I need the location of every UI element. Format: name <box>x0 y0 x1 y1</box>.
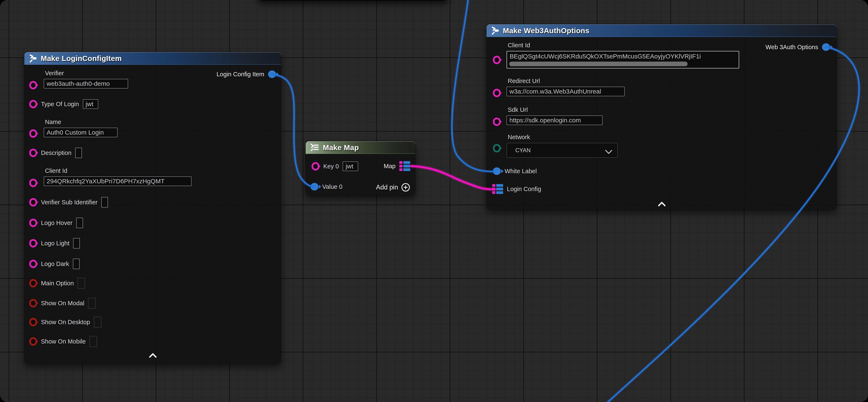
logo-dark-input[interactable] <box>73 259 80 269</box>
input-pin-show-on-modal[interactable] <box>29 299 37 307</box>
wire-map-to-login-config-glow <box>411 166 495 190</box>
output-label: Map <box>384 163 396 170</box>
input-pin-key0[interactable] <box>312 162 319 171</box>
network-dropdown[interactable]: CYAN <box>506 143 618 158</box>
row-login-config: Login Config <box>492 184 541 194</box>
logo-hover-input[interactable] <box>76 218 83 228</box>
description-input[interactable] <box>75 148 82 158</box>
field-label: Value 0 <box>322 183 342 190</box>
output-label: Web 3Auth Options <box>766 44 818 51</box>
input-pin-verifier[interactable] <box>29 81 37 89</box>
node-make-map[interactable]: Make Map Key 0 jwt Map <box>306 141 415 195</box>
field-label: White Label <box>504 168 537 175</box>
redirect-url-value: w3a://com.w3a.Web3AuthUnreal <box>509 88 601 95</box>
input-pin-client-id[interactable] <box>29 179 37 187</box>
row-logo-light: Logo Light <box>29 238 80 249</box>
name-input[interactable]: Auth0 Custom Login <box>44 127 118 137</box>
output-pin-map[interactable] <box>399 161 410 171</box>
client-id-value: 294QRkchfq2YaXUbPri7D6PH7xzHgQMT <box>46 178 164 185</box>
input-pin-logo-light[interactable] <box>29 239 37 248</box>
row-logo-hover: Logo Hover <box>29 218 83 228</box>
row-show-on-modal: Show On Modal <box>29 298 96 309</box>
make-struct-icon <box>29 54 37 63</box>
field-redirect-url: Redirect Url w3a://com.w3a.Web3AuthUnrea… <box>506 78 625 96</box>
sdk-url-input[interactable]: https://sdk.openlogin.com <box>506 115 603 125</box>
sdk-url-value: https://sdk.openlogin.com <box>509 117 581 124</box>
network-selected-value: CYAN <box>515 147 531 154</box>
node-title: Make LoginConfigItem <box>41 54 122 63</box>
field-label: Verifier <box>45 70 128 77</box>
key0-input[interactable]: jwt <box>343 162 358 171</box>
add-pin-button[interactable]: Add pin <box>376 183 410 192</box>
verifier-input[interactable]: web3auth-auth0-demo <box>44 79 128 88</box>
input-pin-white-label[interactable] <box>493 167 501 175</box>
output-row-map: Map <box>384 161 410 171</box>
client-id-value: BEglQSgt4cUWcj6SKRdu5QkOXTsePmMcusG5EAoy… <box>509 53 701 60</box>
show-on-mobile-checkbox[interactable] <box>90 336 97 347</box>
input-pin-description[interactable] <box>29 149 37 157</box>
key0-value: jwt <box>346 163 353 170</box>
node-header-make-loginconfigitem[interactable]: Make LoginConfigItem <box>24 52 281 65</box>
logo-light-input[interactable] <box>73 238 80 249</box>
output-row-login-config-item: Login Config Item <box>217 70 276 78</box>
type-of-login-value: jwt <box>86 100 93 108</box>
make-map-icon <box>310 143 319 152</box>
input-pin-network[interactable] <box>493 144 501 152</box>
add-pin-label: Add pin <box>376 183 398 191</box>
input-pin-login-config[interactable] <box>492 184 503 194</box>
node-header-make-web3authoptions[interactable]: Make Web3AuthOptions <box>487 24 837 37</box>
type-of-login-input[interactable]: jwt <box>83 99 98 109</box>
show-on-desktop-checkbox[interactable] <box>94 317 101 327</box>
row-value0: Value 0 <box>310 183 342 191</box>
field-label: Show On Modal <box>41 300 84 307</box>
graph-canvas[interactable]: Make LoginConfigItem Login Config Item V… <box>0 0 868 402</box>
input-pin-logo-dark[interactable] <box>29 260 37 268</box>
client-id-input[interactable]: BEglQSgt4cUWcj6SKRdu5QkOXTsePmMcusG5EAoy… <box>506 51 739 68</box>
row-verifier-sub-identifier: Verifier Sub Identifier <box>29 197 108 207</box>
input-pin-show-on-desktop[interactable] <box>29 318 37 326</box>
node-make-loginconfigitem[interactable]: Make LoginConfigItem Login Config Item V… <box>24 52 281 364</box>
field-label: Description <box>41 149 71 156</box>
input-pin-client-id[interactable] <box>493 56 501 64</box>
row-show-on-mobile: Show On Mobile <box>29 336 97 347</box>
field-label: Network <box>508 134 618 141</box>
output-label: Login Config Item <box>217 71 264 78</box>
field-label: Verifier Sub Identifier <box>41 199 97 206</box>
input-pin-redirect-url[interactable] <box>493 89 501 97</box>
collapse-chevron-icon[interactable] <box>658 201 665 207</box>
input-pin-verifier-sub-identifier[interactable] <box>29 198 37 206</box>
output-pin-web3auth-options[interactable] <box>822 43 830 51</box>
field-label: Name <box>45 119 118 125</box>
blueprint-editor-window: Make LoginConfigItem Login Config Item V… <box>0 0 868 402</box>
show-on-modal-checkbox[interactable] <box>88 298 96 309</box>
verifier-sub-identifier-input[interactable] <box>101 197 108 207</box>
wire-map-to-login-config[interactable] <box>411 166 495 190</box>
collapse-chevron-icon[interactable] <box>150 352 156 359</box>
input-pin-name[interactable] <box>29 129 37 138</box>
field-label: Login Config <box>507 185 541 193</box>
node-header-make-map[interactable]: Make Map <box>306 141 415 154</box>
client-id-scrollbar[interactable] <box>509 62 687 66</box>
field-verifier: Verifier web3auth-auth0-demo <box>44 70 128 88</box>
node-make-web3authoptions[interactable]: Make Web3AuthOptions Web 3Auth Options C… <box>487 24 837 209</box>
input-pin-main-option[interactable] <box>29 279 37 287</box>
input-pin-sdk-url[interactable] <box>493 117 501 126</box>
client-id-input[interactable]: 294QRkchfq2YaXUbPri7D6PH7xzHgQMT <box>44 176 192 186</box>
redirect-url-input[interactable]: w3a://com.w3a.Web3AuthUnreal <box>506 87 625 96</box>
field-label: Show On Mobile <box>41 338 86 345</box>
field-network: Network CYAN <box>506 134 618 158</box>
add-pin-plus-icon <box>401 183 410 192</box>
row-logo-dark: Logo Dark <box>29 259 80 269</box>
input-pin-show-on-mobile[interactable] <box>29 337 37 346</box>
input-pin-value0[interactable] <box>310 183 318 191</box>
field-client-id: Client Id 294QRkchfq2YaXUbPri7D6PH7xzHgQ… <box>44 167 192 186</box>
input-pin-logo-hover[interactable] <box>29 219 37 227</box>
offscreen-node-shadow <box>258 0 447 1</box>
chevron-down-icon <box>605 147 612 154</box>
field-label: Redirect Url <box>508 78 625 85</box>
input-pin-type-of-login[interactable] <box>29 100 37 108</box>
output-pin-login-config-item[interactable] <box>268 70 276 78</box>
main-option-checkbox[interactable] <box>78 278 85 289</box>
field-label: Show On Desktop <box>41 319 90 326</box>
row-type-of-login: Type Of Login jwt <box>29 99 98 109</box>
